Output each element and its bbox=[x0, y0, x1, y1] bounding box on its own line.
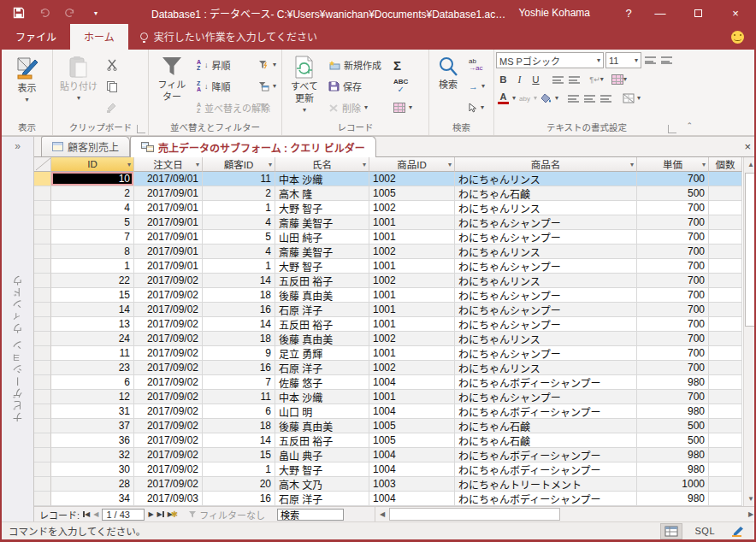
cell[interactable]: 斎藤 美智子 bbox=[275, 215, 369, 230]
cell[interactable]: 1001 bbox=[369, 259, 455, 274]
new-record-nav-button[interactable]: ▶✱ bbox=[168, 510, 179, 519]
cell[interactable] bbox=[709, 448, 742, 462]
cell[interactable]: 1004 bbox=[369, 462, 455, 477]
cell[interactable]: 500 bbox=[637, 433, 709, 448]
filter-selection-icon[interactable]: ▾ bbox=[255, 56, 280, 74]
cell[interactable]: 2017/09/02 bbox=[134, 317, 203, 332]
column-header-注文日[interactable]: 注文日▾ bbox=[134, 157, 203, 172]
cell[interactable]: 2017/09/02 bbox=[134, 433, 203, 448]
cell[interactable]: 11 bbox=[51, 346, 134, 361]
maximize-button[interactable] bbox=[679, 0, 717, 26]
align-center-icon[interactable] bbox=[582, 91, 597, 106]
cell[interactable]: 1005 bbox=[369, 419, 455, 433]
filter-button[interactable]: フィルター bbox=[151, 52, 193, 119]
cell[interactable]: 8 bbox=[51, 244, 134, 259]
cell[interactable]: 1002 bbox=[369, 201, 455, 215]
select-pointer-icon[interactable]: ▾ bbox=[465, 98, 488, 117]
cell[interactable]: 15 bbox=[51, 288, 134, 303]
cell[interactable]: 後藤 真由美 bbox=[275, 419, 369, 433]
column-header-商品名[interactable]: 商品名▾ bbox=[455, 157, 637, 172]
cell[interactable]: 1005 bbox=[369, 186, 455, 201]
select-all-corner[interactable] bbox=[34, 157, 51, 172]
cell[interactable]: 37 bbox=[51, 419, 134, 433]
indent-increase-icon[interactable] bbox=[551, 72, 565, 87]
cell[interactable]: 16 bbox=[203, 361, 275, 375]
cell[interactable]: 700 bbox=[637, 230, 709, 244]
view-button[interactable]: 表示 ▾ bbox=[3, 52, 50, 119]
cell[interactable]: 後藤 真由美 bbox=[275, 288, 369, 303]
column-header-ID[interactable]: ID▾ bbox=[51, 157, 134, 172]
cell[interactable]: 980 bbox=[637, 375, 709, 390]
filter-advanced-icon[interactable]: ▾ bbox=[255, 77, 280, 96]
cell[interactable]: 足立 勇輝 bbox=[275, 346, 369, 361]
first-record-button[interactable]: ◀ bbox=[83, 510, 90, 518]
account-name[interactable]: Yoshie Kohama bbox=[518, 7, 590, 19]
cell[interactable]: 24 bbox=[51, 332, 134, 346]
record-selector[interactable] bbox=[34, 303, 51, 317]
sort-descending-button[interactable]: ZA↓ 降順 bbox=[193, 77, 255, 96]
feedback-smiley-icon[interactable] bbox=[731, 31, 744, 44]
cell[interactable]: 22 bbox=[51, 274, 134, 288]
cell[interactable]: 2017/09/02 bbox=[134, 419, 203, 433]
format-painter-icon[interactable] bbox=[103, 98, 121, 117]
cell[interactable]: 16 bbox=[203, 303, 275, 317]
cell[interactable]: 2 bbox=[51, 186, 134, 201]
column-header-顧客ID[interactable]: 顧客ID▾ bbox=[203, 157, 275, 172]
minimize-button[interactable]: — bbox=[641, 0, 679, 26]
tab-home[interactable]: ホーム bbox=[70, 24, 128, 50]
cell[interactable]: わにちゃんボディーシャンプー bbox=[455, 448, 637, 462]
column-header-氏名[interactable]: 氏名▾ bbox=[275, 157, 369, 172]
qat-customize-icon[interactable]: ▾ bbox=[89, 6, 103, 20]
cell[interactable]: わにちゃんリンス bbox=[455, 172, 637, 186]
cell[interactable] bbox=[709, 361, 742, 375]
sort-ascending-button[interactable]: AZ↓ 昇順 bbox=[193, 56, 255, 74]
cell[interactable]: わにちゃんシャンプー bbox=[455, 303, 637, 317]
datasheet-view-button[interactable] bbox=[660, 523, 682, 539]
cell[interactable]: 大野 智子 bbox=[275, 462, 369, 477]
cell[interactable] bbox=[709, 390, 742, 404]
cell[interactable]: 1001 bbox=[369, 288, 455, 303]
replace-icon[interactable]: ab→ac bbox=[465, 56, 488, 74]
cell[interactable]: 10 bbox=[51, 172, 134, 186]
delete-record-button[interactable]: 削除▾ bbox=[325, 98, 390, 117]
cell[interactable] bbox=[709, 419, 742, 433]
cell[interactable]: 1001 bbox=[369, 215, 455, 230]
cell[interactable]: 2017/09/02 bbox=[134, 303, 203, 317]
scroll-right-icon[interactable]: ▶ bbox=[744, 507, 756, 521]
clipboard-dialog-launcher-icon[interactable] bbox=[137, 125, 145, 133]
record-selector[interactable] bbox=[34, 346, 51, 361]
record-selector[interactable] bbox=[34, 492, 51, 506]
record-selector[interactable] bbox=[34, 186, 51, 201]
cell[interactable] bbox=[709, 274, 742, 288]
cell[interactable]: 14 bbox=[203, 274, 275, 288]
cell[interactable]: 5 bbox=[51, 215, 134, 230]
help-icon[interactable]: ? bbox=[616, 7, 641, 20]
record-selector[interactable] bbox=[34, 462, 51, 477]
cell[interactable]: わにちゃん石鹸 bbox=[455, 433, 637, 448]
cell[interactable] bbox=[709, 186, 742, 201]
cell[interactable]: 2017/09/02 bbox=[134, 462, 203, 477]
font-size-combo[interactable]: 11▾ bbox=[605, 52, 641, 68]
cell[interactable]: 500 bbox=[637, 186, 709, 201]
cell[interactable] bbox=[709, 201, 742, 215]
bold-button[interactable]: B bbox=[496, 72, 511, 87]
cell[interactable]: 2017/09/01 bbox=[134, 172, 203, 186]
cell[interactable]: 18 bbox=[203, 332, 275, 346]
cell[interactable]: 11 bbox=[203, 172, 275, 186]
alternate-row-color-icon[interactable] bbox=[621, 91, 635, 106]
save-icon[interactable] bbox=[12, 6, 26, 20]
cell[interactable]: 7 bbox=[51, 230, 134, 244]
cell[interactable]: 佐藤 悠子 bbox=[275, 375, 369, 390]
cell[interactable]: 700 bbox=[637, 361, 709, 375]
cell[interactable]: 700 bbox=[637, 390, 709, 404]
cell[interactable]: 畠山 典子 bbox=[275, 448, 369, 462]
cell[interactable]: 28 bbox=[51, 477, 134, 492]
undo-icon[interactable] bbox=[38, 6, 51, 20]
cell[interactable]: わにちゃんシャンプー bbox=[455, 215, 637, 230]
cell[interactable]: 斎藤 美智子 bbox=[275, 244, 369, 259]
cell[interactable]: 2017/09/02 bbox=[134, 288, 203, 303]
cell[interactable]: 2 bbox=[203, 186, 275, 201]
cell[interactable]: 2017/09/02 bbox=[134, 404, 203, 419]
cell[interactable]: 1002 bbox=[369, 172, 455, 186]
cell[interactable]: わにちゃんリンス bbox=[455, 201, 637, 215]
